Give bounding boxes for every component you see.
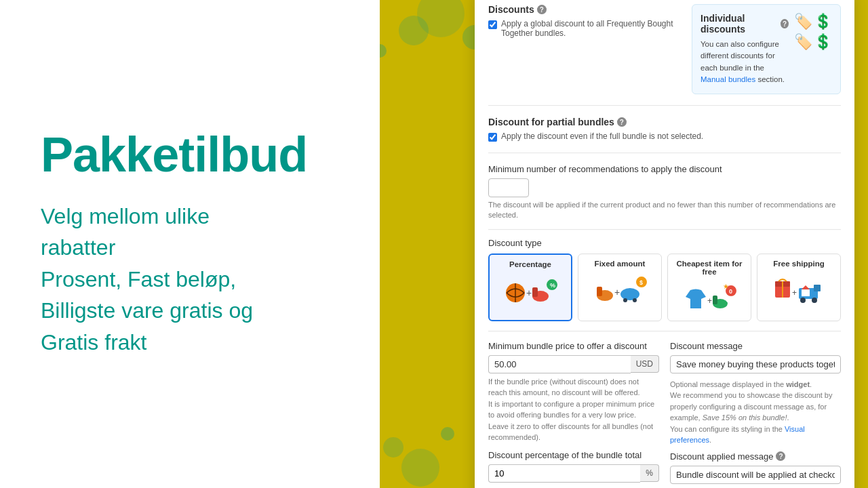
- discount-pct-input[interactable]: [488, 464, 640, 483]
- tag-icons-row1: 🏷️ 💲: [794, 13, 832, 30]
- discount-type-cheapest[interactable]: Cheapest item for free + 0: [667, 253, 751, 321]
- discount-pct-unit: %: [640, 464, 659, 482]
- individual-icons: 🏷️ 💲 🏷️ 💲: [794, 13, 832, 51]
- left-panel: Pakketilbud Velg mellom ulikerabatterPro…: [0, 0, 380, 488]
- min-price-input[interactable]: [488, 355, 631, 373]
- discount-type-fixed[interactable]: Fixed amount +: [578, 253, 662, 321]
- discount-msg-hint: Optional message displayed in the widget…: [670, 379, 841, 446]
- individual-content: Individual discounts ? You can also conf…: [701, 13, 789, 85]
- discount-pct-row: %: [488, 464, 659, 483]
- discounts-info-icon[interactable]: ?: [537, 5, 547, 14]
- svg-text:+: +: [614, 287, 620, 298]
- brand-title: Pakketilbud: [41, 130, 339, 179]
- discount-type-shipping[interactable]: Free shipping +: [757, 253, 841, 321]
- fixed-label: Fixed amount: [583, 260, 657, 268]
- min-price-input-row: USD: [488, 355, 659, 373]
- min-recs-section: Minimum number of recommendations to app…: [488, 164, 841, 230]
- min-recs-input[interactable]: [489, 183, 529, 193]
- partial-bundles-section: Discount for partial bundles ? Apply the…: [488, 117, 841, 153]
- tag-icon-2: 🏷️: [794, 33, 812, 51]
- tag-icon-1: 🏷️: [794, 13, 812, 30]
- svg-point-50: [812, 298, 817, 303]
- discount-type-percentage[interactable]: Percentage +: [488, 253, 572, 321]
- individual-text: You can also configure different discoun…: [701, 39, 789, 85]
- discount-type-section: Discount type Percentage: [488, 238, 841, 331]
- price-icon-1: 💲: [814, 13, 832, 30]
- applied-msg-label: Discount applied message ?: [670, 451, 841, 462]
- svg-text:★: ★: [723, 283, 729, 290]
- svg-rect-48: [814, 285, 821, 291]
- percentage-img: + %: [494, 272, 567, 308]
- min-recs-hint: The discount will be applied if the curr…: [488, 200, 841, 221]
- manual-bundles-link[interactable]: Manual bundles: [701, 75, 755, 83]
- partial-bundles-title: Discount for partial bundles ?: [488, 117, 841, 127]
- individual-title: Individual discounts ?: [701, 13, 789, 35]
- top-row: Discounts ? Apply a global discount to a…: [488, 4, 841, 106]
- svg-text:+: +: [792, 288, 797, 298]
- svg-point-32: [620, 288, 639, 300]
- discount-type-grid: Percentage +: [488, 253, 841, 321]
- widget-bold: widget: [786, 380, 810, 388]
- svg-text:+: +: [707, 296, 712, 306]
- cheapest-label: Cheapest item for free: [672, 260, 747, 276]
- brand-subtitle: Velg mellom ulikerabatterProsent, Fast b…: [41, 201, 339, 358]
- settings-card: Discounts ? Apply a global discount to a…: [475, 0, 854, 488]
- discount-pct-label: Discount percentage of the bundle total: [488, 450, 659, 460]
- discount-type-label: Discount type: [488, 238, 841, 248]
- svg-text:%: %: [550, 282, 555, 289]
- shipping-label: Free shipping: [762, 260, 836, 268]
- individual-info-icon[interactable]: ?: [781, 19, 789, 28]
- shipping-img: +: [762, 272, 836, 307]
- discounts-checkbox-row: Apply a global discount to all Frequentl…: [488, 19, 681, 38]
- min-price-label: Minimum bundle price to offer a discount: [488, 341, 659, 351]
- applied-msg-block: Discount applied message ?: [670, 451, 841, 484]
- fixed-img: + $: [583, 272, 657, 307]
- subtitle-line-1: Velg mellom ulikerabatterProsent, Fast b…: [41, 204, 253, 354]
- price-icon-2: 💲: [814, 33, 832, 51]
- min-recs-label: Minimum number of recommendations to app…: [488, 164, 841, 174]
- discounts-checkbox-label: Apply a global discount to all Frequentl…: [501, 19, 681, 38]
- discounts-title: Discounts ?: [488, 4, 681, 15]
- discounts-col: Discounts ? Apply a global discount to a…: [488, 4, 681, 94]
- partial-checkbox-row: Apply the discount even if the full bund…: [488, 131, 841, 142]
- percentage-label: Percentage: [494, 260, 567, 268]
- cheapest-img: + 0 ★: [672, 280, 747, 315]
- discounts-checkbox[interactable]: [488, 20, 497, 29]
- min-price-hint: If the bundle price (without discount) d…: [488, 376, 659, 443]
- partial-checkbox[interactable]: [488, 133, 497, 142]
- svg-marker-52: [802, 285, 810, 289]
- discount-msg-label: Discount message: [670, 341, 841, 351]
- applied-msg-input[interactable]: [670, 466, 841, 484]
- bottom-row: Minimum bundle price to offer a discount…: [488, 341, 841, 484]
- svg-rect-30: [597, 287, 602, 296]
- right-panel: Discounts ? Apply a global discount to a…: [475, 0, 854, 488]
- svg-rect-51: [802, 289, 810, 296]
- partial-checkbox-label: Apply the discount even if the full bund…: [501, 131, 703, 141]
- discount-pct-block: Discount percentage of the bundle total …: [488, 450, 659, 483]
- svg-rect-39: [713, 296, 717, 304]
- right-col: Discount message Optional message displa…: [670, 341, 841, 484]
- partial-info-icon[interactable]: ?: [617, 117, 627, 127]
- svg-text:+: +: [526, 287, 532, 298]
- svg-text:0: 0: [729, 288, 732, 295]
- discount-msg-input[interactable]: [670, 355, 841, 373]
- svg-rect-26: [532, 287, 538, 297]
- min-price-currency: USD: [631, 355, 659, 373]
- svg-point-33: [623, 298, 627, 302]
- applied-msg-info-icon[interactable]: ?: [776, 451, 785, 461]
- min-recs-stepper[interactable]: ▲ ▼: [488, 178, 529, 197]
- tag-icons-row2: 🏷️ 💲: [794, 33, 832, 51]
- svg-text:$: $: [639, 279, 643, 286]
- svg-point-49: [800, 298, 806, 303]
- left-col: Minimum bundle price to offer a discount…: [488, 341, 659, 484]
- visual-prefs-link[interactable]: Visual preferences: [670, 425, 805, 445]
- svg-point-34: [633, 298, 637, 302]
- individual-discounts-col: Individual discounts ? You can also conf…: [692, 4, 841, 94]
